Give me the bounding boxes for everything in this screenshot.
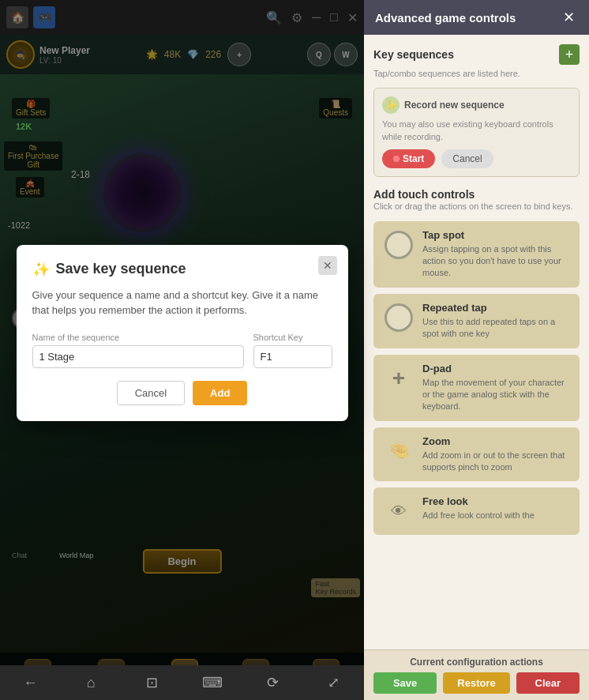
zoom-card[interactable]: 🤏 Zoom Add zoom in or out to the screen … (373, 427, 580, 482)
zoom-name: Zoom (422, 435, 570, 447)
record-header: ✨ Record new sequence (382, 96, 571, 114)
dialog-close-button[interactable]: ✕ (318, 256, 337, 275)
nav-recents[interactable]: ⊡ (137, 668, 166, 697)
nav-bar: ← ⌂ ⊡ ⌨ ⟳ ⤢ (0, 665, 364, 700)
start-recording-button[interactable]: Start (382, 149, 435, 168)
cancel-recording-button[interactable]: Cancel (441, 149, 493, 168)
key-sequences-title: Key sequences (373, 48, 454, 61)
add-touch-title: Add touch controls (373, 188, 580, 201)
panel-content: Key sequences + Tap/combo sequences are … (364, 35, 589, 649)
record-icon: ✨ (382, 96, 400, 114)
freelook-icon-container: 👁 (383, 495, 415, 527)
tap-spot-icon (383, 229, 415, 261)
dialog-actions: Cancel Add (32, 381, 332, 405)
dialog-description: Give your sequence a name and a shortcut… (32, 288, 332, 318)
repeated-tap-desc: Use this to add repeated taps on a spot … (422, 316, 570, 341)
name-field-group: Name of the sequence (32, 333, 244, 368)
shortcut-input[interactable] (253, 345, 332, 368)
freelook-card[interactable]: 👁 Free look Add free look control with t… (373, 487, 580, 535)
shortcut-field-group: Shortcut Key (253, 333, 332, 368)
tap-spot-info: Tap spot Assign tapping on a spot with t… (422, 229, 570, 280)
dpad-info: D-pad Map the movement of your character… (422, 363, 570, 413)
save-key-sequence-dialog: ✨ Save key sequence ✕ Give your sequence… (17, 245, 348, 421)
name-field-label: Name of the sequence (32, 333, 244, 342)
clear-button[interactable]: Clear (516, 672, 580, 694)
key-sequences-desc: Tap/combo sequences are listed here. (373, 68, 580, 80)
add-touch-controls-section: Add touch controls Click or drag the act… (373, 188, 580, 535)
recording-dot (393, 156, 400, 162)
repeated-tap-icon (383, 302, 415, 333)
panel-header: Advanced game controls ✕ (364, 0, 589, 35)
panel-title: Advanced game controls (375, 11, 516, 24)
freelook-desc: Add free look control with the (422, 510, 570, 521)
dpad-name: D-pad (422, 363, 570, 374)
start-label: Start (403, 153, 424, 164)
dialog-title-icon: ✨ (32, 261, 50, 278)
dpad-card[interactable]: D-pad Map the movement of your character… (373, 355, 580, 421)
dpad-desc: Map the movement of your character or th… (422, 377, 570, 413)
dialog-fields: Name of the sequence Shortcut Key (32, 333, 332, 368)
nav-fullscreen[interactable]: ⤢ (320, 668, 348, 697)
add-key-sequence-button[interactable]: + (559, 44, 580, 65)
repeated-tap-name: Repeated tap (422, 302, 570, 314)
footer-label: Current configuration actions (373, 657, 580, 668)
record-actions: Start Cancel (382, 149, 571, 168)
shortcut-field-label: Shortcut Key (253, 333, 332, 342)
game-area: 🏠 🎮 🔍 ⚙ ─ □ ✕ 🧙 New Player LV: 10 🌟 48K … (0, 0, 364, 700)
repeated-tap-card[interactable]: Repeated tap Use this to add repeated ta… (373, 294, 580, 348)
dialog-cancel-button[interactable]: Cancel (117, 381, 185, 405)
dialog-overlay: ✨ Save key sequence ✕ Give your sequence… (0, 0, 364, 665)
panel-close-button[interactable]: ✕ (559, 8, 578, 27)
zoom-info: Zoom Add zoom in or out to the screen th… (422, 435, 570, 474)
tap-spot-name: Tap spot (422, 229, 570, 241)
nav-rotate[interactable]: ⟳ (259, 668, 287, 697)
name-input[interactable] (32, 345, 244, 368)
tap-spot-desc: Assign tapping on a spot with this actio… (422, 243, 570, 280)
nav-home[interactable]: ⌂ (77, 668, 105, 697)
tap-spot-card[interactable]: Tap spot Assign tapping on a spot with t… (373, 221, 580, 288)
freelook-info: Free look Add free look control with the (422, 495, 570, 521)
add-touch-desc: Click or drag the actions on the screen … (373, 201, 580, 213)
dialog-title-text: Save key sequence (56, 261, 186, 277)
nav-keyboard[interactable]: ⌨ (198, 668, 227, 697)
key-sequences-header: Key sequences + (373, 44, 580, 65)
panel-footer: Current configuration actions Save Resto… (364, 649, 589, 700)
zoom-desc: Add zoom in or out to the screen that su… (422, 450, 570, 474)
right-panel: Advanced game controls ✕ Key sequences +… (364, 0, 589, 700)
restore-button[interactable]: Restore (443, 672, 509, 694)
dialog-title: ✨ Save key sequence (32, 261, 332, 278)
footer-buttons: Save Restore Clear (373, 672, 580, 694)
dialog-add-button[interactable]: Add (193, 381, 247, 405)
zoom-icon-container: 🤏 (383, 435, 415, 467)
record-new-sequence-box: ✨ Record new sequence You may also use e… (373, 88, 580, 177)
record-title: Record new sequence (404, 100, 505, 111)
repeated-tap-info: Repeated tap Use this to add repeated ta… (422, 302, 570, 341)
nav-back[interactable]: ← (16, 668, 44, 697)
record-desc: You may also use existing keyboard contr… (382, 119, 571, 143)
dpad-icon-container (383, 363, 415, 394)
freelook-name: Free look (422, 495, 570, 507)
save-button[interactable]: Save (373, 672, 437, 694)
